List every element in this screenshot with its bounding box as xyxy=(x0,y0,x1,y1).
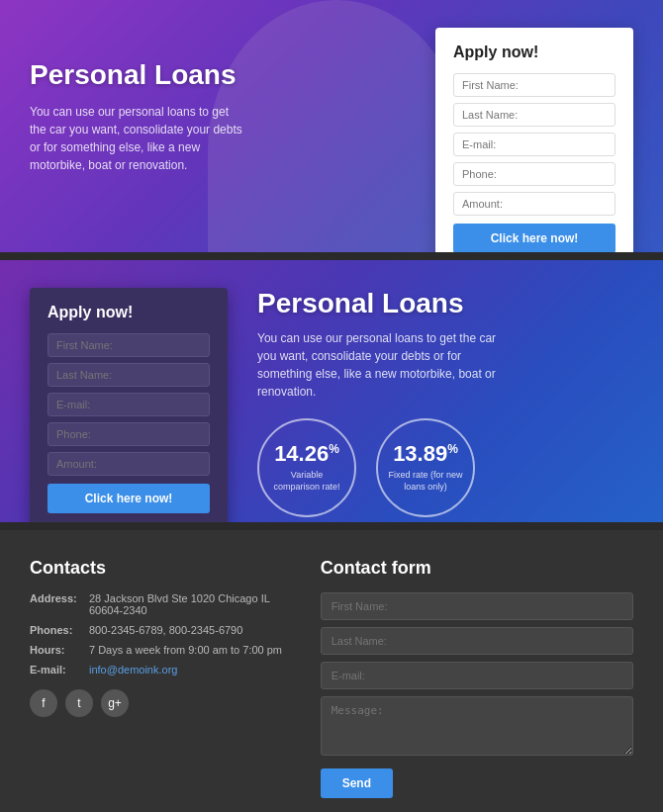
hero-title-2: Personal Loans xyxy=(257,288,643,319)
address-value: 28 Jackson Blvd Ste 1020 Chicago IL 6060… xyxy=(89,592,291,616)
hero-title-1: Personal Loans xyxy=(30,59,247,91)
social-icons-row: f t g+ xyxy=(30,689,291,717)
email-row: E-mail: info@demoink.org xyxy=(30,664,291,676)
contacts-heading: Contacts xyxy=(30,558,291,579)
email-input-2[interactable] xyxy=(47,393,210,416)
contact-first-name[interactable] xyxy=(321,592,633,620)
contact-form-column: Contact form Send xyxy=(321,558,633,798)
click-here-button-1[interactable]: Click here now! xyxy=(453,224,616,252)
last-name-input-1[interactable] xyxy=(453,103,616,127)
hours-value: 7 Days a week from 9:00 am to 7:00 pm xyxy=(89,644,282,656)
phone-input-1[interactable] xyxy=(453,162,616,186)
hours-label: Hours: xyxy=(30,644,89,656)
contact-form-heading: Contact form xyxy=(321,558,633,579)
fixed-rate-label: Fixed rate (for new loans only) xyxy=(386,470,465,493)
contact-message[interactable] xyxy=(321,696,633,756)
googleplus-icon[interactable]: g+ xyxy=(101,689,129,717)
hero-description-2: You can use our personal loans to get th… xyxy=(257,329,515,401)
address-row: Address: 28 Jackson Blvd Ste 1020 Chicag… xyxy=(30,592,291,616)
click-here-button-2[interactable]: Click here now! xyxy=(47,484,210,513)
variable-rate-circle: 14.26% Variable comparison rate! xyxy=(257,418,356,517)
twitter-icon[interactable]: t xyxy=(65,689,93,717)
last-name-input-2[interactable] xyxy=(47,363,210,387)
amount-input-1[interactable] xyxy=(453,192,616,216)
contact-last-name[interactable] xyxy=(321,627,633,655)
form-heading-2: Apply now! xyxy=(47,304,210,321)
fixed-rate-number: 13.89% xyxy=(393,443,458,465)
phone-input-2[interactable] xyxy=(47,422,210,446)
amount-input-2[interactable] xyxy=(47,452,210,476)
hero-text-block: Personal Loans You can use our personal … xyxy=(30,59,247,174)
variable-rate-label: Variable comparison rate! xyxy=(267,470,346,493)
contacts-column: Contacts Address: 28 Jackson Blvd Ste 10… xyxy=(30,558,291,798)
variable-rate-number: 14.26% xyxy=(274,443,339,465)
facebook-icon[interactable]: f xyxy=(30,689,57,717)
apply-form-1: Apply now! Click here now! xyxy=(435,28,633,252)
fixed-rate-circle: 13.89% Fixed rate (for new loans only) xyxy=(376,418,475,517)
hero-section-2: Apply now! Click here now! Personal Loan… xyxy=(0,260,663,522)
email-label: E-mail: xyxy=(30,664,89,676)
phones-value: 800-2345-6789, 800-2345-6790 xyxy=(89,624,242,636)
email-value: info@demoink.org xyxy=(89,664,177,676)
phones-row: Phones: 800-2345-6789, 800-2345-6790 xyxy=(30,624,291,636)
footer-section: Contacts Address: 28 Jackson Blvd Ste 10… xyxy=(0,530,663,812)
section2-right-content: Personal Loans You can use our personal … xyxy=(257,288,643,517)
hours-row: Hours: 7 Days a week from 9:00 am to 7:0… xyxy=(30,644,291,656)
apply-form-2: Apply now! Click here now! xyxy=(30,288,228,522)
send-button[interactable]: Send xyxy=(321,768,393,798)
first-name-input-2[interactable] xyxy=(47,333,210,357)
email-input-1[interactable] xyxy=(453,133,616,156)
form-heading-1: Apply now! xyxy=(453,44,616,61)
rates-row: 14.26% Variable comparison rate! 13.89% … xyxy=(257,418,643,517)
address-label: Address: xyxy=(30,592,89,616)
phones-label: Phones: xyxy=(30,624,89,636)
hero-description-1: You can use our personal loans to get th… xyxy=(30,103,247,174)
contact-email[interactable] xyxy=(321,662,633,689)
hero-section-1: Personal Loans You can use our personal … xyxy=(0,0,663,252)
first-name-input-1[interactable] xyxy=(453,73,616,97)
